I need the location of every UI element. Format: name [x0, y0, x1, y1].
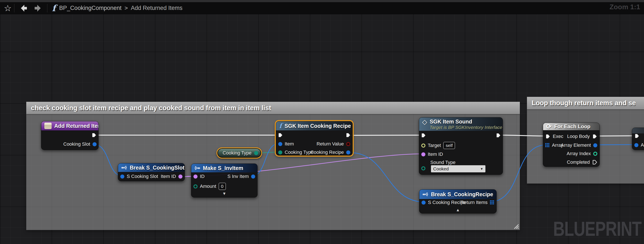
node-title: SGK Item Cooking Recipe — [284, 123, 351, 129]
function-graph-icon: f — [52, 4, 56, 12]
node-title: Make S_InvItem — [203, 165, 243, 171]
pin-id-in[interactable]: ID — [194, 174, 205, 179]
favorite-star-icon[interactable]: ☆ — [4, 4, 12, 12]
back-arrow-icon[interactable] — [19, 4, 28, 12]
pin-exec-in[interactable] — [634, 134, 640, 138]
exec-pin-icon — [545, 134, 550, 139]
struct-pin-icon — [593, 143, 597, 148]
struct-pin-icon — [346, 150, 350, 154]
node-make-invitem[interactable]: Make S_InvItem ID S Inv Item Amount 0 ▼ — [191, 164, 258, 198]
pin-exec-in[interactable] — [421, 133, 426, 138]
breadcrumb-chevron: > — [124, 5, 128, 12]
exec-pin-icon — [592, 134, 597, 139]
comment-header[interactable]: Loop though return items and se — [527, 97, 644, 109]
interface-call-icon: ◇ — [422, 119, 427, 125]
function-icon: f — [279, 123, 282, 129]
node-for-each-loop[interactable]: ⟳ For Each Loop Exec Loop Body Array Arr… — [543, 123, 600, 167]
node-add-returned-items[interactable]: Add Returned Items Cooking Slot — [41, 121, 98, 150]
blueprint-graph-editor: BLUEPRINT check cooking slot item recipe… — [0, 0, 644, 244]
exec-pin-icon — [92, 132, 96, 138]
collapse-node-arrow[interactable]: ▲ — [456, 208, 460, 212]
array-pin-icon — [490, 200, 494, 204]
node-break-cookingslot[interactable]: Break S_CookingSlot S Cooking Slot Item … — [118, 163, 185, 181]
node-title: Break S_CookingSlot — [130, 164, 184, 171]
forward-arrow-icon[interactable] — [33, 4, 42, 12]
graph-toolbar: ☆ f BP_CookingComponent > Add Returned I… — [0, 2, 644, 14]
object-pin-icon — [346, 142, 350, 146]
window-top-strip — [0, 0, 644, 2]
pin-s-cooking-recipe-in[interactable]: S Cooking Recipe — [422, 200, 466, 205]
pin-sound-type-in[interactable] — [421, 166, 426, 170]
exec-pin-icon — [346, 132, 351, 138]
struct-pin-icon — [92, 142, 96, 146]
exec-pin-icon — [421, 133, 426, 138]
breadcrumb-blueprint[interactable]: BP_CookingComponent — [59, 5, 122, 12]
pin-target-in[interactable]: Target self — [421, 142, 455, 149]
comment-resize-handle[interactable] — [512, 223, 519, 229]
name-pin-icon — [178, 174, 182, 178]
pin-array-in[interactable]: A — [634, 142, 644, 148]
pin-cooking-recipe-out[interactable]: Cooking Recipe — [310, 150, 350, 155]
pin-cooking-slot-out[interactable]: Cooking Slot — [63, 141, 96, 147]
struct-pin-icon — [422, 200, 426, 204]
name-pin-icon — [194, 174, 198, 178]
enum-pin-icon — [421, 166, 426, 170]
pin-exec-in[interactable] — [278, 132, 283, 138]
exec-pin-icon — [278, 132, 283, 138]
pin-exec-out[interactable] — [92, 132, 96, 138]
amount-value-field[interactable]: 0 — [218, 183, 226, 190]
pin-loop-body-out[interactable]: Loop Body — [567, 134, 597, 139]
pin-sound-type-label: Sound Type — [430, 160, 456, 165]
int-pin-icon — [593, 152, 597, 156]
struct-pin-icon — [251, 174, 255, 178]
toolbar-divider — [47, 4, 47, 12]
array-pin-icon — [545, 143, 550, 148]
exec-pin-hollow-icon — [592, 160, 597, 165]
comment-header[interactable]: check cooking slot item recipe and play … — [26, 102, 520, 114]
node-title: SGK Item Sound — [430, 118, 502, 125]
target-value-field[interactable]: self — [443, 142, 455, 149]
pin-item-id-out[interactable]: Item ID — [161, 174, 182, 179]
node-sgk-item-sound[interactable]: ◇ SGK Item Sound Target is BP SGKInvento… — [419, 117, 503, 175]
function-entry-icon — [44, 123, 52, 129]
pin-s-cooking-slot-in[interactable]: S Cooking Slot — [120, 174, 158, 179]
node-subtitle: Target is BP SGKInventory Interface — [430, 125, 502, 130]
pin-amount-in[interactable]: Amount 0 — [194, 183, 226, 190]
pin-item-in[interactable]: Item — [278, 141, 294, 147]
break-struct-icon — [422, 192, 428, 197]
node-title: For Each Loop — [554, 124, 590, 130]
pin-exec-out[interactable] — [346, 132, 351, 138]
node-title: Add Returned Items — [54, 123, 98, 129]
struct-pin-icon — [634, 143, 638, 147]
make-struct-icon — [194, 166, 200, 171]
sound-type-dropdown[interactable]: Cooked ▼ — [431, 165, 486, 172]
dropdown-arrow-icon: ▼ — [480, 167, 483, 171]
breadcrumb-current-graph[interactable]: Add Returned Items — [131, 5, 182, 12]
struct-pin-icon — [120, 174, 124, 178]
name-pin-icon — [421, 152, 426, 156]
pin-array-in[interactable]: Array — [545, 142, 563, 148]
pin-completed-out[interactable]: Completed — [567, 160, 597, 165]
node-break-cookingrecipe[interactable]: Break S_CookingRecipe S Cooking Recipe R… — [419, 189, 496, 214]
enum-pin-icon — [278, 150, 282, 154]
pin-item-id-in[interactable]: Item ID — [421, 152, 443, 157]
pin-exec-in[interactable]: Exec — [545, 134, 563, 139]
struct-pin-icon — [278, 142, 282, 146]
node-partial-right[interactable]: A — [632, 128, 644, 150]
toolbar-divider — [14, 4, 14, 12]
exec-pin-icon — [634, 134, 640, 138]
node-title: Break S_CookingRecipe — [431, 191, 493, 198]
collapse-node-arrow[interactable]: ▼ — [222, 191, 226, 196]
enum-pin-icon[interactable] — [254, 151, 258, 155]
node-sgk-item-cooking-recipe[interactable]: f SGK Item Cooking Recipe Item Return Va… — [276, 121, 353, 156]
int-pin-icon — [194, 184, 198, 188]
pin-return-value-out[interactable]: Return Value — [316, 141, 350, 147]
pin-array-element-out[interactable]: Array Element — [561, 142, 597, 148]
node-cooking-type-getter[interactable]: Cooking Type — [216, 148, 262, 158]
pin-s-inv-item-out[interactable]: S Inv Item — [228, 174, 255, 179]
pin-array-index-out[interactable]: Array Index — [567, 151, 598, 156]
pin-cooking-type-in[interactable]: Cooking Type — [278, 150, 314, 155]
pin-exec-out[interactable] — [496, 133, 501, 138]
loop-icon: ⟳ — [546, 123, 552, 130]
pin-return-items-out[interactable]: Return Items — [460, 200, 494, 205]
